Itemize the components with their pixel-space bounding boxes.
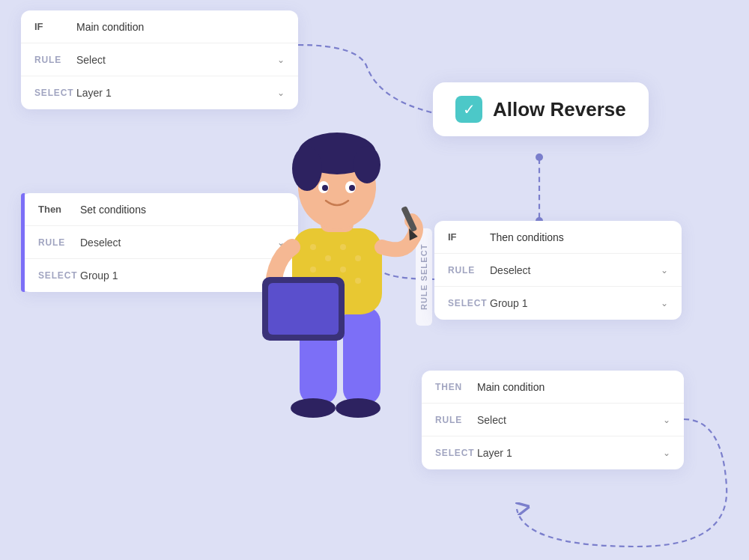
svg-point-23 <box>322 185 328 191</box>
main-condition-card-bottom: THEN Main condition RULE Select ⌄ SELECT… <box>422 371 684 469</box>
select-label: SELECT <box>34 88 76 98</box>
svg-point-24 <box>349 185 355 191</box>
if-text: Main condition <box>76 21 285 33</box>
allow-reverse-checkbox[interactable]: ✓ <box>455 96 482 123</box>
then-row: THEN Main condition <box>422 371 684 404</box>
rule-row[interactable]: RULE Select ⌄ <box>21 43 298 76</box>
svg-point-9 <box>325 255 331 261</box>
svg-point-8 <box>310 244 316 250</box>
group-select[interactable]: Group 1 ⌄ <box>490 297 668 309</box>
then-marker <box>21 193 25 292</box>
layer-select[interactable]: Layer 1 ⌄ <box>477 447 670 459</box>
rule-select[interactable]: Select ⌄ <box>477 414 670 426</box>
svg-point-20 <box>354 146 380 183</box>
allow-reverse-label: Allow Reverse <box>493 98 626 121</box>
rule-label: RULE <box>34 55 76 65</box>
svg-rect-4 <box>343 307 380 404</box>
svg-rect-26 <box>268 283 339 335</box>
rule-label: RULE <box>38 237 80 248</box>
rule-label: RULE <box>448 265 490 276</box>
svg-point-14 <box>340 267 346 273</box>
svg-point-11 <box>355 255 361 261</box>
chevron-down-icon: ⌄ <box>663 415 670 425</box>
chevron-down-icon: ⌄ <box>277 55 285 65</box>
if-label: IF <box>448 231 490 243</box>
select-row[interactable]: SELECT Group 1 ⌄ <box>434 287 682 320</box>
select-value: Group 1 <box>490 297 528 309</box>
svg-point-19 <box>292 146 322 191</box>
then-conditions-card: IF Then conditions RULE Deselect ⌄ SELEC… <box>434 221 682 320</box>
if-row: IF Main condition <box>21 10 298 43</box>
svg-point-6 <box>336 398 380 418</box>
chevron-down-icon: ⌄ <box>663 448 670 458</box>
svg-point-10 <box>340 244 346 250</box>
rule-value: Select <box>477 414 506 426</box>
select-label: SELECT <box>38 270 80 281</box>
chevron-down-icon: ⌄ <box>661 265 668 276</box>
svg-point-15 <box>355 278 361 284</box>
then-label: Then <box>38 204 80 215</box>
then-text: Main condition <box>477 381 670 393</box>
character-illustration <box>232 90 442 479</box>
if-row: IF Then conditions <box>434 221 682 254</box>
rule-select[interactable]: Select ⌄ <box>76 54 285 66</box>
check-icon: ✓ <box>463 100 476 118</box>
rule-value: Deselect <box>80 237 121 249</box>
svg-point-5 <box>291 398 336 418</box>
rule-row[interactable]: RULE Deselect ⌄ <box>434 254 682 287</box>
select-row[interactable]: SELECT Layer 1 ⌄ <box>422 436 684 469</box>
svg-point-12 <box>310 267 316 273</box>
if-text: Then conditions <box>490 231 668 243</box>
select-value: Layer 1 <box>76 87 112 99</box>
select-value: Group 1 <box>80 270 118 281</box>
chevron-down-icon: ⌄ <box>661 298 668 308</box>
rule-value: Deselect <box>490 264 530 276</box>
select-value: Layer 1 <box>477 447 512 459</box>
select-label: SELECT <box>448 298 490 308</box>
rule-value: Select <box>76 54 106 66</box>
rule-row[interactable]: RULE Select ⌄ <box>422 404 684 436</box>
svg-point-1 <box>536 153 543 161</box>
rule-select[interactable]: Deselect ⌄ <box>490 264 668 276</box>
allow-reverse-badge[interactable]: ✓ Allow Reverse <box>433 82 649 136</box>
if-label: IF <box>34 21 76 32</box>
